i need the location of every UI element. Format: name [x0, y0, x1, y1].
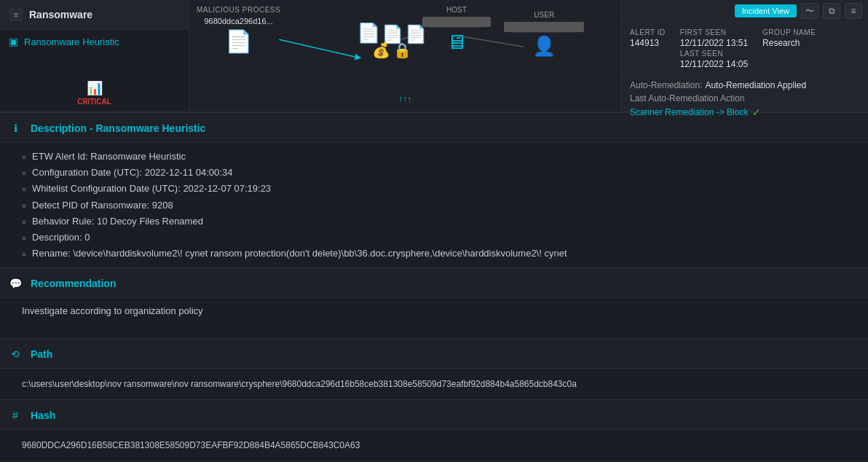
desc-item-4: Detect PID of Ransomware: 9208 [22, 199, 858, 212]
path-icon: ⟲ [7, 346, 23, 362]
last-seen-value: 12/11/2022 14:05 [680, 59, 748, 69]
user-icon: 👤 [532, 35, 556, 58]
chart-icon-button[interactable]: 〜 [801, 3, 818, 19]
hash-title: Hash [31, 410, 55, 421]
list-icon: ≡ [851, 6, 856, 16]
check-icon: ✓ [752, 106, 761, 118]
host-node: HOST ██████████ 🖥 [422, 6, 491, 54]
auto-remediation-value: Auto-Remediation Applied [705, 80, 806, 90]
auto-remediation-label: Auto-Remediation: [630, 80, 702, 90]
critical-text: CRITICAL [77, 98, 111, 106]
description-block: ℹ Description - Ransomware Heuristic ETW… [0, 113, 868, 268]
critical-icon: 📊 [87, 80, 103, 96]
alert-id-col: ALERT ID 144913 [630, 28, 666, 69]
hash-body: 9680DDCA296D16B58CEB381308E58509D73EAFBF… [0, 430, 868, 461]
list-icon-button[interactable]: ≡ [845, 3, 862, 19]
path-header: ⟲ Path [0, 339, 868, 369]
path-body: c:\users\user\desktop\nov ransomware\nov… [0, 369, 868, 399]
group-name-col: GROUP NAME Research [762, 28, 816, 69]
graph-area: MALICIOUS PROCESS 9680ddca296d16... 📄 📄 … [189, 0, 620, 111]
last-action-label: Last Auto-Remediation Action [630, 93, 859, 103]
chart-icon: 〜 [805, 5, 814, 17]
first-seen-label: FIRST SEEN [680, 28, 748, 36]
desc-item-1: ETW Alert Id: Ransomware Heuristic [22, 150, 858, 163]
recommendation-icon: 💬 [7, 275, 23, 291]
desc-item-7: Rename: \device\harddiskvolume2\! cynet … [22, 247, 858, 260]
ransomware-item-icon: ▣ [9, 36, 18, 47]
alert-id-value: 144913 [630, 38, 666, 48]
window-icon: ⧉ [829, 6, 835, 16]
recommendation-title: Recommendation [31, 278, 116, 289]
desc-item-5: Behavior Rule: 10 Decoy Files Renamed [22, 215, 858, 228]
group-name-value: Research [762, 38, 816, 48]
money-bag-icon: 💰 [372, 42, 390, 59]
recommendation-header: 💬 Recommendation [0, 268, 868, 298]
last-seen-label: LAST SEEN [680, 50, 748, 58]
hash-block: # Hash 9680DDCA296D16B58CEB381308E58509D… [0, 400, 868, 461]
first-seen-col: FIRST SEEN 12/11/2022 13:51 LAST SEEN 12… [680, 28, 748, 69]
user-node: USER ████████████ 👤 [504, 11, 584, 58]
desc-item-2: Configuration Date (UTC): 2022-12-11 04:… [22, 166, 858, 179]
recommendation-text: Investigate according to organization po… [22, 305, 203, 316]
toolbar: Incident View 〜 ⧉ ≡ [621, 0, 868, 23]
scanner-link[interactable]: Scanner Remediation -> Block [630, 107, 748, 117]
sidebar-menu-icon: ≡ [9, 7, 23, 22]
description-icon: ℹ [7, 120, 23, 136]
incident-view-button[interactable]: Incident View [735, 4, 797, 17]
description-title: Description - Ransomware Heuristic [31, 122, 205, 134]
sidebar-item-ransomware-heuristic[interactable]: ▣ Ransomware Heuristic [0, 30, 189, 53]
group-name-label: GROUP NAME [762, 28, 816, 36]
doc-icon: 📄 [225, 28, 252, 54]
malicious-process-label: MALICIOUS PROCESS [197, 6, 280, 14]
window-icon-button[interactable]: ⧉ [823, 3, 840, 19]
host-label: HOST [446, 6, 467, 14]
hash-icon: # [7, 407, 23, 423]
host-name: ██████████ [422, 17, 491, 27]
recommendation-body: Investigate according to organization po… [0, 298, 868, 338]
remediation-section: Auto-Remediation: Auto-Remediation Appli… [621, 76, 868, 122]
sidebar-header: ≡ Ransomware [0, 0, 189, 30]
auto-remediation-row: Auto-Remediation: Auto-Remediation Appli… [630, 80, 859, 90]
file-cluster: 📄 📄 📄 💰 🔒 [357, 22, 427, 59]
desc-item-6: Description: 0 [22, 231, 858, 244]
sidebar: ≡ Ransomware ▣ Ransomware Heuristic 📊 CR… [0, 0, 189, 111]
host-icon: 🖥 [446, 30, 467, 54]
arrows-indicator: ↑↑↑ [398, 94, 411, 104]
desc-item-3: Whitelist Configuration Date (UTC): 2022… [22, 182, 858, 195]
hash-value: 9680DDCA296D16B58CEB381308E58509D73EAFBF… [22, 437, 858, 453]
recommendation-block: 💬 Recommendation Investigate according t… [0, 268, 868, 339]
scanner-row: Scanner Remediation -> Block ✓ [630, 106, 859, 118]
bottom-section: ℹ Description - Ransomware Heuristic ETW… [0, 113, 868, 462]
first-seen-value: 12/11/2022 13:51 [680, 38, 748, 48]
alert-info: ALERT ID 144913 FIRST SEEN 12/11/2022 13… [621, 23, 868, 76]
user-name: ████████████ [504, 22, 584, 32]
user-label: USER [534, 11, 554, 19]
path-title: Path [31, 348, 52, 360]
description-list: ETW Alert Id: Ransomware Heuristic Confi… [22, 150, 858, 260]
sidebar-item-label: Ransomware Heuristic [24, 36, 119, 47]
hash-header: # Hash [0, 400, 868, 430]
alert-id-label: ALERT ID [630, 28, 666, 36]
path-value: c:\users\user\desktop\nov ransomware\nov… [22, 376, 858, 392]
malicious-process-node: MALICIOUS PROCESS 9680ddca296d16... 📄 [197, 6, 280, 54]
svg-line-1 [279, 39, 358, 58]
path-block: ⟲ Path c:\users\user\desktop\nov ransomw… [0, 339, 868, 400]
sidebar-title: Ransomware [29, 9, 92, 20]
description-body: ETW Alert Id: Ransomware Heuristic Confi… [0, 143, 868, 267]
lock-icon: 🔒 [393, 42, 411, 59]
malicious-process-hash: 9680ddca296d16... [205, 17, 273, 26]
right-panel: Incident View 〜 ⧉ ≡ ALERT ID 144913 FIRS… [620, 0, 868, 111]
critical-badge: 📊 CRITICAL [0, 74, 189, 111]
